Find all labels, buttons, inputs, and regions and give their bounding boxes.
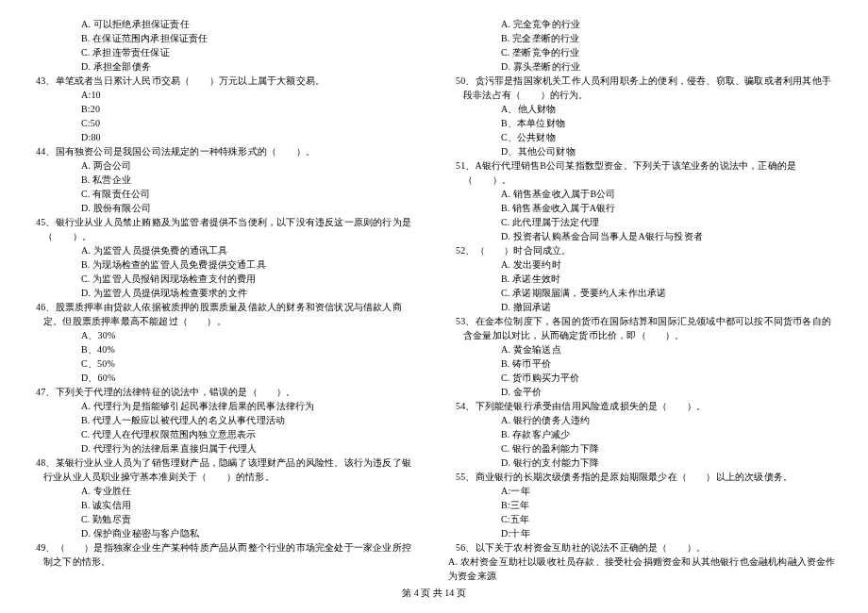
question-48: 48、某银行业从业人员为了销售理财产品，隐瞒了该理财产品的风险性。该行为违反了银… [36,456,420,484]
question-49: 49、（ ）是指独家企业生产某种特质产品从而整个行业的市场完全处于一家企业所控制… [36,540,420,569]
option: C. 垄断竞争的行业 [448,45,840,59]
option: D. 投资者认购基金合同当事人是A银行与投资者 [448,229,840,243]
question-56-continuation: A. 农村资金互助社以吸收社员存款、接受社会捐赠资金和从其他银行也金融机构融入资… [448,555,840,583]
option: B. 铸币平价 [448,356,840,371]
option: A. 黄金输送点 [448,342,840,356]
option: B. 承诺生效时 [448,272,840,286]
question-46: 46、股票质押率由贷款人依据被质押的股票质量及借款人的财务和资信状况与借款人商定… [36,300,420,328]
option: A:一年 [448,484,840,498]
option: B. 诚实信用 [28,498,420,512]
option: D. 金平价 [448,385,840,399]
option: D:80 [28,130,420,144]
option: D. 股份有限公司 [28,201,420,215]
option: C. 为监管人员报销因现场检查支付的费用 [28,272,420,286]
option: B:三年 [448,498,840,512]
option: B. 存款客户减少 [448,427,840,441]
option: D. 保护商业秘密与客户隐私 [28,526,420,540]
option: B. 销售基金收入属于A银行 [448,201,840,215]
option: A. 专业胜任 [28,484,420,498]
option: C. 有限责任公司 [28,187,420,201]
option: A. 销售基金收入属于B公司 [448,187,840,201]
option: C. 承诺期限届满，受要约人未作出承诺 [448,286,840,300]
option: B. 代理人一般应以被代理人的名义从事代理活动 [28,413,420,427]
question-52: 52、（ ）时合同成立。 [456,243,840,257]
option: B. 为现场检查的监管人员免费提供交通工具 [28,257,420,272]
question-53: 53、在金本位制度下，各国的货币在国际结算和国际汇兑领域中都可以按不同货币各自的… [456,314,840,342]
option: D. 代理行为的法律后果直接归属于代理人 [28,441,420,456]
option: A. 为监管人员提供免费的通讯工具 [28,243,420,257]
option: B:20 [28,102,420,116]
option: A:10 [28,88,420,102]
option: A. 发出要约时 [448,257,840,272]
option: C. 银行的盈利能力下降 [448,441,840,456]
option: A. 完全竞争的行业 [448,17,840,31]
exam-page: A. 可以拒绝承担保证责任 B. 在保证范围内承担保证责任 C. 承担连带责任保… [0,0,868,583]
option: C. 代理人在代理权限范围内独立意思表示 [28,427,420,441]
question-55: 55、商业银行的长期次级债务指的是原始期限最少在（ ）以上的次级债务。 [456,470,840,484]
option: B、本单位财物 [448,116,840,130]
option: D. 为监管人员提供现场检查要求的文件 [28,286,420,300]
option: B. 私营企业 [28,173,420,187]
option: C. 此代理属于法定代理 [448,215,840,229]
option: C. 勤勉尽责 [28,512,420,526]
option: D、其他公司财物 [448,144,840,158]
option: D. 银行的支付能力下降 [448,456,840,470]
option: A. 两合公司 [28,158,420,173]
option: A. 可以拒绝承担保证责任 [28,17,420,31]
question-51: 51、A银行代理销售B公司某指数型资金。下列关于该笔业务的说法中，正确的是（ ）… [456,158,840,187]
question-47: 47、下列关于代理的法律特征的说法中，错误的是（ ）。 [36,385,420,399]
option: A、30% [28,328,420,342]
question-50: 50、贪污罪是指国家机关工作人员利用职务上的便利，侵吞、窃取、骗取或者利用其他手… [456,74,840,102]
question-56: 56、以下关于农村资金互助社的说法不正确的是（ ）。 [456,540,840,555]
left-column: A. 可以拒绝承担保证责任 B. 在保证范围内承担保证责任 C. 承担连带责任保… [28,17,420,583]
option: C、公共财物 [448,130,840,144]
option: D、60% [28,371,420,385]
question-43: 43、单笔或者当日累计人民币交易（ ）万元以上属于大额交易。 [36,74,420,88]
option: B. 完全垄断的行业 [448,31,840,45]
option: D. 寡头垄断的行业 [448,59,840,74]
option: C:五年 [448,512,840,526]
option: C. 货币购买力平价 [448,371,840,385]
option: C:50 [28,116,420,130]
question-54: 54、下列能使银行承受由信用风险造成损失的是（ ）。 [456,399,840,413]
option: D:十年 [448,526,840,540]
option: A. 银行的债务人违约 [448,413,840,427]
option: B、40% [28,342,420,356]
option: A. 代理行为是指能够引起民事法律后果的民事法律行为 [28,399,420,413]
option: D. 承担全部债务 [28,59,420,74]
option: C. 承担连带责任保证 [28,45,420,59]
question-44: 44、国有独资公司是我国公司法规定的一种特殊形式的（ ）。 [36,144,420,158]
page-footer: 第 4 页 共 14 页 [0,587,868,600]
right-column: A. 完全竞争的行业 B. 完全垄断的行业 C. 垄断竞争的行业 D. 寡头垄断… [448,17,840,583]
question-45: 45、银行业从业人员禁止贿赂及为监管者提供不当便利，以下没有违反这一原则的行为是… [36,215,420,243]
option: A、他人财物 [448,102,840,116]
option: D. 撤回承诺 [448,300,840,314]
option: C、50% [28,356,420,371]
option: B. 在保证范围内承担保证责任 [28,31,420,45]
